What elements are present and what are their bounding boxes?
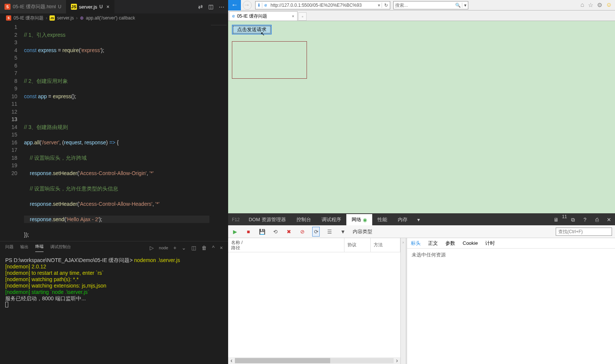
panel-tab-debug[interactable]: 调试控制台 <box>50 244 71 252</box>
f12-label: F12 <box>228 214 244 225</box>
crumb[interactable]: app.all('/server') callback <box>86 15 135 21</box>
horizontal-scrollbar[interactable]: ‹ › <box>228 357 400 364</box>
dropdown-icon[interactable]: ▾ <box>376 3 382 8</box>
clear-cache-icon[interactable]: ⟲ <box>272 229 279 235</box>
more-icon[interactable]: ⋯ <box>219 3 224 10</box>
devtools-tab-memory[interactable]: 内存 <box>392 214 413 225</box>
clear-cookies-icon[interactable]: ✖ <box>285 229 293 235</box>
toggle-details-icon[interactable]: ☰ <box>326 229 333 235</box>
panel-tab-terminal[interactable]: 终端 <box>35 244 44 252</box>
col-protocol[interactable]: 协议 <box>344 238 371 252</box>
minimap[interactable] <box>209 22 228 241</box>
tab-label: server.js <box>79 4 97 10</box>
detail-tab-timing[interactable]: 计时 <box>485 240 495 247</box>
detail-tab-params[interactable]: 参数 <box>445 240 455 247</box>
col-name[interactable]: 名称 /路径 <box>228 238 344 252</box>
shell-name[interactable]: node <box>159 246 168 250</box>
devtools-tab-performance[interactable]: 性能 <box>372 214 392 225</box>
back-button[interactable]: ← <box>228 0 241 10</box>
trash-icon[interactable]: 🗑 <box>201 245 207 251</box>
col-method[interactable]: 方法 <box>371 238 400 252</box>
terminal[interactable]: PS D:\workspace\NOTE_AJAX\Demo\05-IE 缓存问… <box>0 254 228 364</box>
browser-tab[interactable]: e 05-IE 缓存问题 × <box>229 11 298 21</box>
chevron-down-icon[interactable]: ⌄ <box>182 245 186 251</box>
tab-label: 05-IE 缓存问题.html <box>13 3 56 10</box>
devtools-tab-dom[interactable]: DOM 资源管理器 <box>244 214 291 225</box>
compat-icon[interactable]: ⬇ <box>256 3 262 8</box>
close-icon[interactable]: × <box>107 4 110 10</box>
network-body: 名称 /路径 协议 方法 ‹ › › 标头 正文 参数 Cookie <box>228 238 615 364</box>
tab-modified: U <box>58 4 62 9</box>
forward-button[interactable]: → <box>241 0 254 10</box>
tab-modified: U <box>99 4 103 9</box>
scroll-left-icon[interactable]: ‹ <box>228 357 235 364</box>
scroll-right-icon[interactable]: › <box>394 357 400 364</box>
emulation-count: 11 <box>562 214 567 225</box>
chevron-down-icon[interactable]: ▾ <box>413 214 425 225</box>
close-icon[interactable]: × <box>292 14 294 18</box>
chevron-up-icon[interactable]: ^ <box>212 245 215 251</box>
ie-nav-bar: ← → ⬇ e http://127.0.0.1:5500/05-IE%20%E… <box>228 0 615 10</box>
feedback-icon[interactable]: ☺ <box>606 1 612 9</box>
chevron-right-icon: › <box>76 15 78 21</box>
ie-window: ← → ⬇ e http://127.0.0.1:5500/05-IE%20%E… <box>228 0 615 364</box>
gear-icon[interactable]: ⚙ <box>597 1 602 9</box>
url-text[interactable]: http://127.0.0.1:5500/05-IE%20%E7%BC%93 <box>269 3 376 8</box>
favorites-icon[interactable]: ☆ <box>588 1 593 9</box>
dock-icon[interactable]: ⧉ <box>567 214 579 225</box>
detail-body: 未选中任何资源 <box>407 249 615 364</box>
editor-tab-html[interactable]: 5 05-IE 缓存问题.html U <box>0 0 66 13</box>
devtools-tabs: F12 DOM 资源管理器 控制台 调试程序 网络◉ 性能 内存 ▾ 🖥 11 … <box>228 214 615 225</box>
new-tab-button[interactable]: ▫ <box>298 12 307 21</box>
content-type-label[interactable]: 内容类型 <box>353 228 372 235</box>
shell-icon[interactable]: ▷ <box>150 245 154 251</box>
panel-tab-output[interactable]: 输出 <box>20 244 29 252</box>
help-icon[interactable]: ? <box>579 214 591 225</box>
close-icon[interactable]: ✕ <box>603 214 615 225</box>
panel-tab-problems[interactable]: 问题 <box>5 244 14 252</box>
terminal-panel: 问题 输出 终端 调试控制台 ▷ node + ⌄ ◫ 🗑 ^ × PS D:\… <box>0 241 228 364</box>
filter-icon[interactable]: ▼ <box>339 229 347 235</box>
search-dropdown-icon[interactable]: ▾ <box>462 3 468 8</box>
address-bar[interactable]: ⬇ e http://127.0.0.1:5500/05-IE%20%E7%BC… <box>255 1 390 9</box>
page-content: 点击发送请求 ↖ <box>228 21 615 213</box>
compare-icon[interactable]: ⇄ <box>198 3 203 10</box>
play-icon[interactable]: ▶ <box>231 229 239 235</box>
home-icon[interactable]: ⌂ <box>580 1 584 9</box>
tab-actions: ⇄ ◫ ⋯ <box>194 3 228 10</box>
crumb[interactable]: server.js <box>57 15 74 21</box>
detail-tab-cookies[interactable]: Cookie <box>463 240 478 246</box>
search-icon[interactable]: 🔍 <box>454 3 462 8</box>
panel-actions: ▷ node + ⌄ ◫ 🗑 ^ × <box>150 245 223 251</box>
search-bar[interactable]: 🔍 ▾ <box>393 1 468 9</box>
split-icon[interactable]: ◫ <box>208 3 214 10</box>
split-icon[interactable]: ◫ <box>191 245 196 251</box>
editor-tab-js[interactable]: JS server.js U × <box>66 0 114 13</box>
refresh-icon[interactable]: ↻ <box>382 3 390 8</box>
method-icon: ⊕ <box>80 15 84 21</box>
search-input[interactable] <box>394 3 454 8</box>
devtools-tab-console[interactable]: 控制台 <box>291 214 316 225</box>
unpin-icon[interactable]: ⎙ <box>591 214 603 225</box>
detail-tab-body[interactable]: 正文 <box>428 240 438 247</box>
code-editor[interactable]: 1234567891011121314151617181920 // 1、引入e… <box>0 22 228 241</box>
devtools-tab-network[interactable]: 网络◉ <box>346 214 372 225</box>
emulation-icon[interactable]: 🖥 <box>550 214 562 225</box>
clear-session-icon[interactable]: ⊘ <box>299 229 306 235</box>
nav-icons: ⌂ ☆ ⚙ ☺ <box>577 1 615 9</box>
devtools-tab-debugger[interactable]: 调试程序 <box>316 214 346 225</box>
add-icon[interactable]: + <box>173 245 176 251</box>
crumb[interactable]: 05-IE 缓存问题 <box>14 15 44 21</box>
stop-icon[interactable]: ■ <box>245 229 252 235</box>
html-icon: 5 <box>5 4 11 10</box>
find-input[interactable] <box>556 228 612 236</box>
code-area[interactable]: // 1、引入express const express = require('… <box>24 22 209 241</box>
breadcrumb[interactable]: 5 05-IE 缓存问题 › JS server.js › ⊕ app.all(… <box>0 13 228 22</box>
detail-tab-headers[interactable]: 标头 <box>411 240 421 247</box>
close-icon[interactable]: × <box>220 245 223 251</box>
html-icon: 5 <box>6 15 11 21</box>
send-request-button[interactable]: 点击发送请求 <box>232 25 272 34</box>
always-refresh-icon[interactable]: ⟳ <box>312 227 320 237</box>
save-icon[interactable]: 💾 <box>258 229 266 235</box>
collapse-handle[interactable]: › <box>401 238 406 364</box>
